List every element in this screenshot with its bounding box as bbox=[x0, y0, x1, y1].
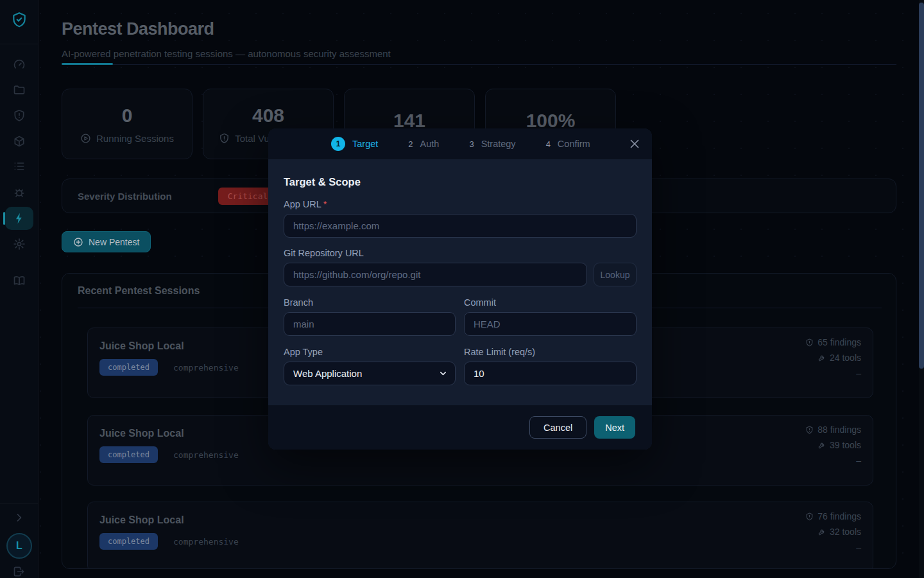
sidebar-item-assets[interactable] bbox=[5, 130, 33, 153]
session-profile: comprehensive bbox=[173, 537, 239, 547]
tools-count: 39 tools bbox=[830, 440, 861, 450]
rate-limit-label: Rate Limit (req/s) bbox=[464, 347, 637, 357]
commit-input[interactable] bbox=[464, 312, 637, 336]
logout-icon bbox=[13, 565, 26, 578]
wrench-icon bbox=[817, 528, 826, 536]
new-pentest-button[interactable]: New Pentest bbox=[62, 231, 151, 252]
scrollbar-track[interactable] bbox=[919, 0, 924, 578]
branch-input[interactable] bbox=[284, 312, 456, 336]
findings-count: 65 findings bbox=[817, 337, 861, 347]
step-label: Strategy bbox=[481, 139, 516, 149]
step-strategy[interactable]: 3 Strategy bbox=[469, 139, 515, 149]
step-confirm[interactable]: 4 Confirm bbox=[546, 139, 590, 149]
commit-label: Commit bbox=[464, 297, 637, 308]
stat-value: 0 bbox=[122, 105, 133, 127]
step-number: 4 bbox=[546, 139, 551, 149]
step-label: Target bbox=[352, 139, 378, 149]
new-pentest-modal: 1 Target 2 Auth 3 Strategy 4 Confirm Tar… bbox=[268, 128, 652, 450]
folder-icon bbox=[13, 83, 26, 96]
sidebar-collapse-button[interactable] bbox=[5, 506, 33, 529]
modal-stepper: 1 Target 2 Auth 3 Strategy 4 Confirm bbox=[268, 128, 652, 159]
tools-count: 24 tools bbox=[830, 353, 861, 363]
app-url-label: App URL bbox=[284, 199, 321, 209]
bug-icon bbox=[13, 186, 26, 199]
sidebar-item-docs[interactable] bbox=[5, 269, 33, 292]
shield-icon bbox=[805, 338, 814, 347]
play-circle-icon bbox=[80, 133, 91, 144]
shield-icon bbox=[219, 133, 230, 144]
plus-circle-icon bbox=[73, 237, 83, 247]
modal-footer: Cancel Next bbox=[268, 405, 652, 450]
gauge-icon bbox=[13, 58, 26, 71]
cancel-button[interactable]: Cancel bbox=[529, 416, 586, 439]
stat-card-running-sessions: 0 Running Sessions bbox=[62, 89, 193, 159]
status-badge: completed bbox=[99, 446, 158, 463]
severity-title: Severity Distribution bbox=[78, 191, 172, 202]
sidebar-item-bugs[interactable] bbox=[5, 181, 33, 204]
page-subtitle: AI-powered penetration testing sessions … bbox=[62, 48, 391, 59]
wrench-icon bbox=[817, 441, 826, 450]
sidebar-item-pentest[interactable] bbox=[5, 207, 33, 230]
stat-value: 408 bbox=[252, 105, 284, 127]
next-button[interactable]: Next bbox=[594, 416, 635, 439]
list-icon bbox=[13, 160, 26, 173]
session-name: Juice Shop Local bbox=[99, 340, 184, 352]
findings-count: 76 findings bbox=[817, 511, 861, 521]
logout-button[interactable] bbox=[5, 560, 33, 578]
session-duration: – bbox=[856, 542, 861, 552]
sidebar-divider bbox=[0, 44, 38, 44]
step-label: Confirm bbox=[558, 139, 590, 149]
active-nav-indicator bbox=[3, 212, 5, 225]
sidebar-divider bbox=[0, 503, 38, 504]
scrollbar-thumb[interactable] bbox=[919, 3, 924, 369]
shield-alert-icon bbox=[13, 109, 26, 122]
session-duration: – bbox=[856, 368, 861, 378]
step-number: 1 bbox=[331, 137, 345, 151]
modal-title: Target & Scope bbox=[284, 176, 637, 188]
app-type-select[interactable]: Web Application bbox=[284, 362, 456, 385]
sidebar-item-dashboard[interactable] bbox=[5, 53, 33, 76]
session-card[interactable]: Juice Shop Local completed comprehensive… bbox=[87, 502, 873, 569]
git-url-input[interactable] bbox=[284, 263, 587, 286]
shield-icon bbox=[805, 512, 814, 521]
app-type-label: App Type bbox=[284, 347, 456, 357]
stat-label: Running Sessions bbox=[96, 133, 174, 144]
session-name: Juice Shop Local bbox=[99, 428, 184, 439]
new-pentest-label: New Pentest bbox=[89, 237, 139, 247]
status-badge: completed bbox=[99, 533, 158, 550]
session-name: Juice Shop Local bbox=[99, 514, 184, 526]
tools-count: 32 tools bbox=[830, 527, 861, 537]
book-icon bbox=[13, 274, 26, 287]
wrench-icon bbox=[817, 354, 826, 362]
step-number: 2 bbox=[408, 139, 413, 149]
avatar-letter: L bbox=[16, 540, 22, 552]
shield-icon bbox=[805, 426, 814, 434]
modal-close-button[interactable] bbox=[628, 137, 642, 151]
sidebar-item-security[interactable] bbox=[5, 104, 33, 127]
rate-limit-input[interactable] bbox=[464, 362, 637, 385]
app-url-input[interactable] bbox=[284, 214, 637, 238]
cube-icon bbox=[13, 135, 26, 148]
step-target[interactable]: 1 Target bbox=[331, 137, 378, 151]
session-profile: comprehensive bbox=[173, 450, 239, 460]
session-profile: comprehensive bbox=[173, 363, 239, 372]
app-logo-shield-check-icon bbox=[11, 12, 28, 30]
sidebar-item-settings[interactable] bbox=[5, 232, 33, 256]
sidebar-item-projects[interactable] bbox=[5, 78, 33, 101]
session-duration: – bbox=[856, 455, 861, 466]
lookup-button[interactable]: Lookup bbox=[594, 263, 637, 286]
page-title: Pentest Dashboard bbox=[62, 19, 391, 39]
git-url-label: Git Repository URL bbox=[284, 248, 637, 258]
required-asterisk: * bbox=[323, 199, 327, 209]
sidebar: L bbox=[0, 0, 38, 578]
gear-icon bbox=[13, 238, 26, 250]
recent-sessions-title: Recent Pentest Sessions bbox=[78, 285, 200, 297]
step-number: 3 bbox=[469, 139, 474, 149]
user-avatar[interactable]: L bbox=[6, 533, 32, 559]
close-icon bbox=[628, 137, 642, 151]
sidebar-item-reports[interactable] bbox=[5, 155, 33, 178]
findings-count: 88 findings bbox=[817, 425, 861, 435]
step-auth[interactable]: 2 Auth bbox=[408, 139, 439, 149]
status-badge: completed bbox=[99, 359, 158, 376]
branch-label: Branch bbox=[284, 297, 456, 308]
